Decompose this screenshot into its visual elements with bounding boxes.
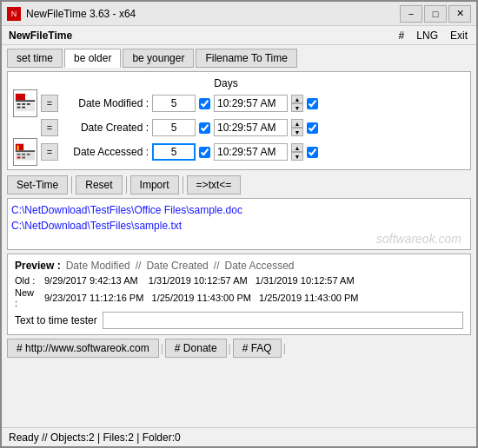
date-modified-icon	[13, 93, 37, 114]
svg-rect-12	[17, 146, 19, 151]
be-older-panel: Days	[7, 71, 471, 170]
date-accessed-checkbox1[interactable]	[199, 147, 210, 158]
preview-section: Preview : Date Modified // Date Created …	[7, 254, 471, 335]
app-icon: N	[7, 7, 21, 21]
toolbar-sep3	[183, 176, 183, 194]
svg-rect-5	[22, 103, 25, 105]
date-accessed-icon	[13, 142, 37, 162]
preview-sep1: //	[136, 260, 142, 272]
text-tester-input[interactable]	[103, 312, 463, 329]
preview-col1: Date Modified	[66, 260, 130, 272]
preview-col2: Date Created	[146, 260, 208, 272]
action-toolbar: Set-Time Reset Import =>txt<=	[7, 175, 471, 194]
svg-rect-4	[17, 103, 21, 105]
preview-label: Preview :	[15, 260, 61, 272]
date-accessed-time-input[interactable]	[214, 143, 288, 161]
file-entry-1: C:\NetDownload\TestFiles\Office Files\sa…	[11, 202, 467, 218]
preview-sep2: //	[214, 260, 220, 272]
date-created-eq-btn[interactable]: =	[41, 119, 58, 136]
svg-rect-7	[17, 107, 21, 109]
tab-be-older[interactable]: be older	[64, 49, 121, 68]
close-button[interactable]: ✕	[448, 5, 471, 23]
date-accessed-spin-down[interactable]: ▼	[291, 152, 303, 161]
reset-button[interactable]: Reset	[76, 175, 122, 194]
date-modified-spinner[interactable]: ▲ ▼	[291, 95, 303, 112]
svg-rect-11	[16, 150, 35, 152]
file-list-panel[interactable]: C:\NetDownload\TestFiles\Office Files\sa…	[7, 198, 471, 250]
date-created-time-input[interactable]	[214, 119, 288, 136]
website-button[interactable]: # http://www.softwareok.com	[7, 339, 159, 358]
svg-rect-18	[22, 157, 25, 159]
date-created-spacer	[13, 117, 37, 138]
old-label: Old :	[15, 275, 39, 286]
tab-set-time[interactable]: set time	[7, 49, 63, 68]
svg-rect-1	[16, 94, 25, 100]
status-text: Ready // Objects:2 | Files:2 | Folder:0	[9, 432, 181, 444]
bottom-sep1: |	[161, 342, 163, 354]
date-modified-time-input[interactable]	[214, 95, 288, 112]
date-modified-eq-btn[interactable]: =	[41, 95, 58, 112]
svg-rect-2	[16, 100, 35, 102]
app-name-label: NewFileTime	[9, 30, 397, 42]
menu-lng[interactable]: LNG	[415, 30, 440, 42]
menu-hash[interactable]: #	[397, 30, 407, 42]
date-accessed-eq-btn[interactable]: =	[41, 143, 58, 161]
watermark: softwareok.com	[376, 232, 461, 246]
bottom-sep2: |	[229, 342, 231, 354]
donate-button[interactable]: # Donate	[165, 339, 227, 358]
date-created-spin-up[interactable]: ▲	[291, 119, 303, 128]
old-values: 9/29/2017 9:42:13 AM 1/31/2019 10:12:57 …	[44, 275, 355, 286]
date-accessed-spinner[interactable]: ▲ ▼	[291, 143, 303, 161]
date-created-spinner[interactable]: ▲ ▼	[291, 119, 303, 136]
status-bar: Ready // Objects:2 | Files:2 | Folder:0	[2, 427, 476, 446]
days-header: Days	[204, 77, 248, 89]
date-modified-checkbox1[interactable]	[199, 98, 210, 109]
bottom-sep3: |	[283, 342, 286, 354]
tab-be-younger[interactable]: be younger	[123, 49, 194, 68]
text-tester-label: Text to time tester	[15, 314, 97, 326]
svg-rect-13	[16, 152, 35, 160]
menu-exit[interactable]: Exit	[448, 30, 469, 42]
date-modified-label: Date Modified :	[62, 97, 149, 109]
toolbar-sep2	[126, 176, 127, 194]
date-accessed-checkbox2[interactable]	[307, 147, 318, 158]
new-label: New :	[15, 287, 39, 308]
txt-convert-button[interactable]: =>txt<=	[187, 175, 242, 194]
minimize-button[interactable]: −	[400, 5, 422, 23]
maximize-button[interactable]: □	[424, 5, 447, 23]
import-button[interactable]: Import	[130, 175, 179, 194]
svg-rect-16	[27, 154, 30, 155]
tab-bar: set time be older be younger Filename To…	[7, 49, 471, 68]
svg-rect-17	[17, 157, 21, 159]
date-created-label: Date Created :	[62, 122, 149, 134]
svg-rect-14	[17, 154, 21, 155]
tab-filename-to-time[interactable]: Filename To Time	[196, 49, 296, 68]
svg-rect-10	[16, 144, 23, 150]
new-values: 9/23/2017 11:12:16 PM 1/25/2019 11:43:00…	[44, 293, 358, 303]
date-accessed-label: Date Accessed :	[62, 146, 149, 158]
date-created-spin-down[interactable]: ▼	[291, 128, 303, 136]
date-modified-checkbox2[interactable]	[307, 98, 318, 109]
date-created-checkbox1[interactable]	[199, 122, 210, 134]
svg-rect-15	[22, 154, 25, 155]
date-modified-spin-down[interactable]: ▼	[291, 103, 303, 112]
date-modified-days-input[interactable]	[152, 95, 196, 112]
date-accessed-days-input[interactable]	[152, 143, 196, 161]
set-time-button[interactable]: Set-Time	[7, 175, 68, 194]
date-accessed-spin-up[interactable]: ▲	[291, 143, 303, 152]
date-created-days-input[interactable]	[152, 119, 196, 136]
bottom-toolbar: # http://www.softwareok.com | # Donate |…	[7, 339, 471, 358]
date-created-checkbox2[interactable]	[307, 122, 318, 134]
svg-rect-8	[22, 107, 25, 109]
window-title: NewFileTime 3.63 - x64	[26, 8, 400, 20]
svg-rect-6	[27, 103, 30, 105]
faq-button[interactable]: # FAQ	[233, 339, 282, 358]
toolbar-sep1	[71, 176, 72, 194]
preview-col3: Date Accessed	[224, 260, 294, 272]
file-entry-2: C:\NetDownload\TestFiles\sample.txt	[11, 218, 467, 234]
date-modified-spin-up[interactable]: ▲	[291, 95, 303, 103]
